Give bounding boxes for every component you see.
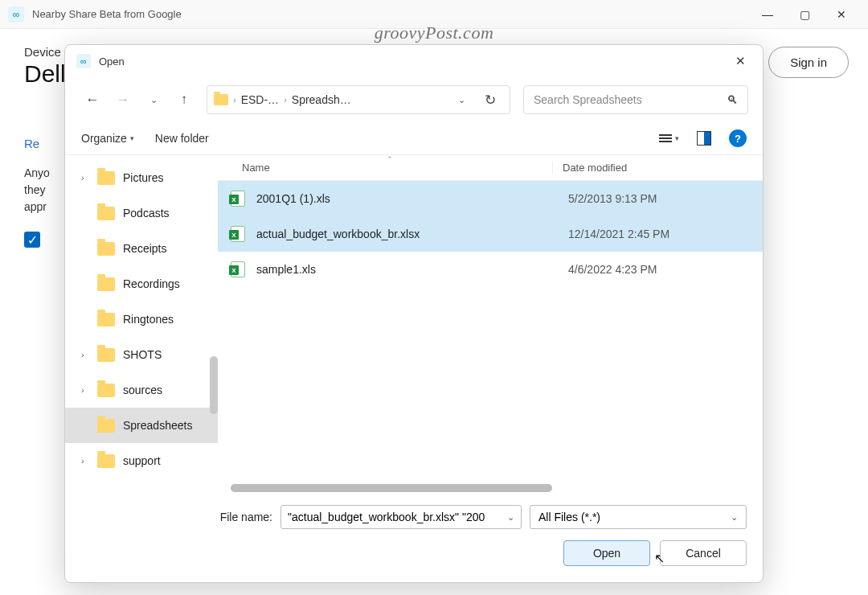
maximize-button[interactable]: ▢ (786, 2, 823, 27)
dialog-close-button[interactable]: ✕ (729, 50, 751, 72)
chevron-down-icon[interactable]: ⌄ (507, 512, 514, 523)
file-name-input[interactable]: "actual_budget_workbook_br.xlsx" "200 ⌄ (280, 505, 522, 529)
file-name-label: File name: (210, 511, 272, 523)
folder-icon (97, 277, 115, 291)
sidebar-item-receipts[interactable]: Receipts (65, 231, 218, 266)
folder-tree: ›Pictures Podcasts Receipts Recordings R… (65, 155, 218, 492)
sidebar-scrollbar[interactable] (210, 356, 218, 414)
search-input[interactable] (534, 93, 727, 106)
file-name: sample1.xls (256, 263, 568, 276)
breadcrumb-part-2[interactable]: Spreadsh… (292, 93, 351, 106)
new-folder-button[interactable]: New folder (155, 132, 209, 145)
minimize-button[interactable]: — (749, 2, 786, 27)
sidebar-item-recordings[interactable]: Recordings (65, 266, 218, 302)
folder-icon (214, 94, 228, 105)
file-name-value: "actual_budget_workbook_br.xlsx" "200 (288, 511, 485, 523)
folder-icon (97, 348, 115, 362)
help-button[interactable]: ? (729, 129, 747, 147)
folder-icon (97, 171, 115, 185)
chevron-right-icon[interactable]: › (81, 385, 89, 395)
folder-icon (97, 313, 115, 326)
sidebar-item-pictures[interactable]: ›Pictures (65, 160, 218, 195)
sidebar-item-label: Spreadsheets (123, 419, 192, 432)
window-title: Nearby Share Beta from Google (32, 8, 749, 20)
chevron-right-icon[interactable]: › (81, 173, 89, 183)
file-pane: Name ⌃ Date modified 2001Q1 (1).xls 5/2/… (218, 155, 763, 492)
file-row[interactable]: 2001Q1 (1).xls 5/2/2013 9:13 PM (218, 181, 763, 216)
sidebar-item-label: Receipts (123, 242, 166, 255)
sidebar-item-label: Ringtones (123, 313, 174, 326)
dialog-app-icon: ∞ (76, 54, 91, 68)
file-type-filter[interactable]: All Files (*.*) ⌄ (530, 505, 747, 529)
file-date: 5/2/2013 9:13 PM (568, 192, 729, 205)
list-icon (659, 134, 672, 142)
sidebar-item-label: support (123, 454, 161, 467)
content-area: ›Pictures Podcasts Receipts Recordings R… (65, 154, 763, 492)
sidebar-item-label: Podcasts (123, 207, 170, 220)
sidebar-item-shots[interactable]: ›SHOTS (65, 337, 218, 372)
chevron-right-icon[interactable]: › (81, 350, 89, 359)
file-row[interactable]: sample1.xls 4/6/2022 4:23 PM (218, 252, 763, 287)
forward-button[interactable]: → (110, 87, 136, 113)
sidebar-item-sources[interactable]: ›sources (65, 372, 218, 408)
checkbox[interactable]: ✓ (24, 232, 40, 248)
dialog-titlebar: ∞ Open ✕ (65, 45, 763, 77)
toolbar: Organize ▾ New folder ▾ ? (65, 122, 763, 154)
recent-locations-button[interactable]: ⌄ (141, 87, 166, 113)
window-controls: — ▢ ✕ (749, 2, 860, 27)
main-window: ∞ Nearby Share Beta from Google — ▢ ✕ gr… (0, 0, 868, 595)
sign-in-button[interactable]: Sign in (768, 47, 849, 78)
open-button[interactable]: Open (563, 540, 650, 566)
refresh-button[interactable]: ↻ (477, 87, 503, 113)
folder-icon (97, 454, 115, 468)
sidebar-item-ringtones[interactable]: Ringtones (65, 302, 218, 337)
file-list: 2001Q1 (1).xls 5/2/2013 9:13 PM actual_b… (218, 181, 763, 492)
breadcrumb-part-1[interactable]: ESD-… (241, 93, 279, 106)
dialog-title: Open (99, 55, 729, 68)
chevron-down-icon: ▾ (675, 134, 679, 142)
folder-icon (97, 242, 115, 256)
sidebar-item-spreadsheets[interactable]: Spreadsheets (65, 408, 218, 443)
preview-pane-button[interactable] (697, 131, 711, 146)
sidebar-item-label: SHOTS (123, 348, 162, 361)
horizontal-scrollbar[interactable] (231, 484, 552, 492)
view-button[interactable]: ▾ (659, 134, 679, 142)
dialog-footer: File name: "actual_budget_workbook_br.xl… (65, 492, 763, 582)
chevron-down-icon: ▾ (130, 134, 134, 142)
excel-file-icon (231, 261, 247, 277)
column-name-label: Name (242, 162, 270, 174)
folder-icon (97, 384, 115, 397)
sidebar-item-support[interactable]: ›support (65, 443, 218, 478)
address-dropdown-button[interactable]: ⌄ (448, 87, 474, 113)
watermark: groovyPost.com (375, 23, 494, 43)
app-icon: ∞ (8, 6, 24, 23)
search-icon: 🔍︎ (727, 93, 738, 106)
open-file-dialog: ∞ Open ✕ ← → ⌄ ↑ › ESD-… › Spreadsh… ⌄ ↻ (64, 44, 764, 583)
sort-indicator-icon: ⌃ (387, 155, 393, 163)
folder-icon (97, 207, 115, 220)
search-box[interactable]: 🔍︎ (523, 85, 748, 114)
excel-file-icon (231, 191, 247, 207)
chevron-right-icon: › (233, 95, 236, 105)
excel-file-icon (231, 226, 247, 242)
file-row[interactable]: actual_budget_workbook_br.xlsx 12/14/202… (218, 216, 763, 252)
chevron-down-icon[interactable]: ⌄ (731, 512, 738, 523)
address-bar[interactable]: › ESD-… › Spreadsh… ⌄ ↻ (207, 85, 510, 114)
back-button[interactable]: ← (80, 87, 105, 113)
column-name[interactable]: Name ⌃ (242, 162, 552, 174)
chevron-right-icon[interactable]: › (81, 456, 89, 466)
sidebar-item-podcasts[interactable]: Podcasts (65, 195, 218, 231)
folder-icon (97, 419, 115, 433)
organize-button[interactable]: Organize ▾ (81, 132, 134, 145)
chevron-right-icon: › (284, 95, 287, 105)
up-button[interactable]: ↑ (171, 87, 197, 113)
file-name: actual_budget_workbook_br.xlsx (256, 228, 568, 240)
column-headers: Name ⌃ Date modified (218, 155, 763, 181)
close-button[interactable]: ✕ (823, 2, 860, 27)
file-date: 12/14/2021 2:45 PM (568, 228, 729, 240)
column-date[interactable]: Date modified (552, 162, 713, 174)
sidebar-item-label: sources (123, 384, 162, 396)
nav-row: ← → ⌄ ↑ › ESD-… › Spreadsh… ⌄ ↻ 🔍︎ (65, 77, 763, 122)
file-date: 4/6/2022 4:23 PM (568, 263, 729, 276)
cancel-button[interactable]: Cancel (660, 540, 747, 566)
